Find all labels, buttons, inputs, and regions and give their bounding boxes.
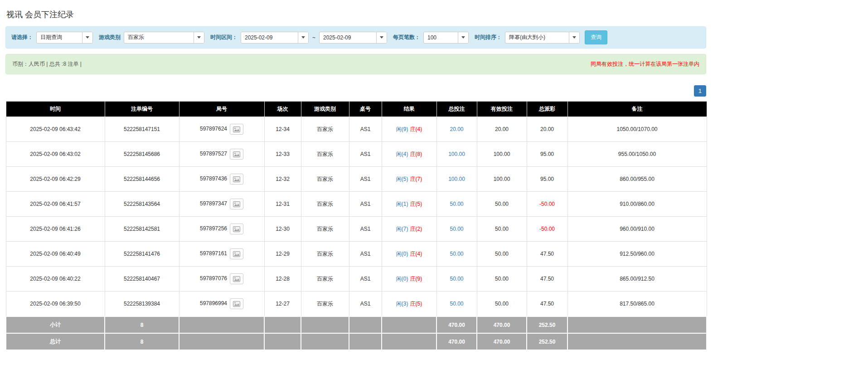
column-header: 桌号: [349, 102, 382, 117]
cell-valid-bet: 100.00: [477, 167, 527, 192]
sort-dropdown-button[interactable]: [569, 32, 579, 43]
cell-total-bet: 20.00: [436, 117, 477, 142]
result-player: 闲(9): [396, 126, 408, 132]
table-row: 2025-02-09 06:43:02 522258145686 5978975…: [6, 142, 707, 167]
result-player: 闲(5): [396, 176, 408, 182]
query-type-select[interactable]: 日期查询: [36, 32, 93, 44]
total-bet-link[interactable]: 50.00: [450, 301, 463, 307]
query-type-dropdown-button[interactable]: [82, 32, 92, 43]
cell-session: 12-32: [264, 167, 301, 192]
cell-round: 597897527: [179, 142, 264, 167]
cell-valid-bet: 50.00: [477, 217, 527, 242]
date-from-select[interactable]: 2025-02-09: [241, 32, 309, 44]
total-bet-link[interactable]: 50.00: [450, 201, 463, 207]
round-replay-button[interactable]: [230, 124, 243, 135]
date-from-dropdown-button[interactable]: [298, 32, 308, 43]
date-to-select[interactable]: 2025-02-09: [319, 32, 387, 44]
result-banker: 庄(8): [410, 151, 422, 157]
cell-round: 597896994: [179, 292, 264, 317]
total-payout: 252.50: [527, 333, 567, 350]
round-replay-button[interactable]: [230, 248, 243, 259]
column-header: 备注: [567, 102, 707, 117]
caret-down-icon: [301, 36, 305, 39]
cell-total-bet: 50.00: [436, 242, 477, 267]
cell-time: 2025-02-09 06:43:02: [6, 142, 105, 167]
cell-note: 817.50/865.00: [567, 292, 707, 317]
cell-total-bet: 50.00: [436, 267, 477, 292]
page-button-1[interactable]: 1: [694, 85, 706, 97]
total-bet-link[interactable]: 50.00: [450, 276, 463, 282]
pagination: 1: [5, 85, 706, 97]
result-player: 闲(1): [396, 201, 408, 207]
result-player: 闲(4): [396, 151, 408, 157]
page-size-dropdown-button[interactable]: [458, 32, 468, 43]
empty-cell: [301, 333, 349, 350]
cell-valid-bet: 50.00: [477, 292, 527, 317]
subtotal-total-bet: 470.00: [436, 316, 477, 333]
page-title: 视讯 会员下注纪录: [6, 9, 706, 20]
result-banker: 庄(2): [410, 226, 422, 232]
total-bet-link[interactable]: 100.00: [448, 176, 465, 182]
cell-valid-bet: 50.00: [477, 267, 527, 292]
search-button[interactable]: 查询: [585, 30, 607, 44]
cell-game: 百家乐: [301, 167, 349, 192]
date-range-label: 时间区间：: [210, 34, 238, 41]
page-size-label: 每页笔数：: [393, 34, 420, 41]
round-replay-button[interactable]: [230, 224, 243, 234]
result-banker: 庄(4): [410, 126, 422, 132]
cell-session: 12-27: [264, 292, 301, 317]
round-replay-button[interactable]: [230, 149, 243, 160]
table-row: 2025-02-09 06:39:50 522258139384 5978969…: [6, 292, 707, 317]
page-size-select[interactable]: 100: [423, 32, 469, 44]
game-type-dropdown-button[interactable]: [194, 32, 204, 43]
cell-total-bet: 50.00: [436, 292, 477, 317]
cell-payout: 20.00: [527, 117, 567, 142]
sort-value: 降幂(由大到小): [505, 32, 569, 43]
round-number: 597897624: [200, 126, 227, 132]
total-bet-link[interactable]: 50.00: [450, 226, 463, 232]
date-to-value: 2025-02-09: [320, 32, 376, 43]
round-number: 597897347: [200, 200, 227, 207]
cell-round: 597897436: [179, 167, 264, 192]
replay-image-icon: [233, 301, 240, 307]
total-valid-bet: 470.00: [477, 333, 527, 350]
empty-cell: [382, 333, 436, 350]
cell-result: 闲(0)庄(4): [382, 242, 436, 267]
round-replay-button[interactable]: [230, 273, 243, 284]
cell-session: 12-31: [264, 192, 301, 217]
betting-records-table: 时间注单编号局号场次游戏类别桌号结果总投注有效投注总派彩备注 2025-02-0…: [5, 101, 707, 350]
empty-cell: [264, 316, 301, 333]
subtotal-label: 小计: [6, 316, 105, 333]
cell-round: 597897076: [179, 267, 264, 292]
cell-payout: 95.00: [527, 167, 567, 192]
round-replay-button[interactable]: [230, 298, 243, 309]
replay-image-icon: [233, 126, 240, 132]
summary-currency-count: 币别：人民币 | 总共 :8 注单 |: [12, 60, 82, 68]
game-type-select[interactable]: 百家乐: [124, 32, 204, 44]
caret-down-icon: [461, 36, 465, 39]
total-bet-link[interactable]: 20.00: [450, 126, 463, 132]
total-row: 总计 8 470.00 470.00 252.50: [6, 333, 707, 350]
result-player: 闲(7): [396, 226, 408, 232]
replay-image-icon: [233, 276, 240, 282]
subtotal-payout: 252.50: [527, 316, 567, 333]
cell-total-bet: 100.00: [436, 167, 477, 192]
result-player: 闲(0): [396, 251, 408, 257]
cell-result: 闲(1)庄(5): [382, 192, 436, 217]
sort-select[interactable]: 降幂(由大到小): [505, 32, 580, 44]
cell-bet-id: 522258147151: [105, 117, 179, 142]
round-replay-button[interactable]: [230, 174, 243, 185]
cell-note: 955.00/1050.00: [567, 142, 707, 167]
round-replay-button[interactable]: [230, 199, 243, 209]
caret-down-icon: [197, 36, 201, 39]
table-row: 2025-02-09 06:43:42 522258147151 5978976…: [6, 117, 707, 142]
cell-table: AS1: [349, 242, 382, 267]
cell-result: 闲(3)庄(5): [382, 292, 436, 317]
total-bet-link[interactable]: 50.00: [450, 251, 463, 257]
total-bet-link[interactable]: 100.00: [448, 151, 465, 157]
date-to-dropdown-button[interactable]: [376, 32, 387, 43]
caret-down-icon: [86, 36, 89, 39]
cell-bet-id: 522258141476: [105, 242, 179, 267]
cell-round: 597897161: [179, 242, 264, 267]
cell-result: 闲(4)庄(8): [382, 142, 436, 167]
